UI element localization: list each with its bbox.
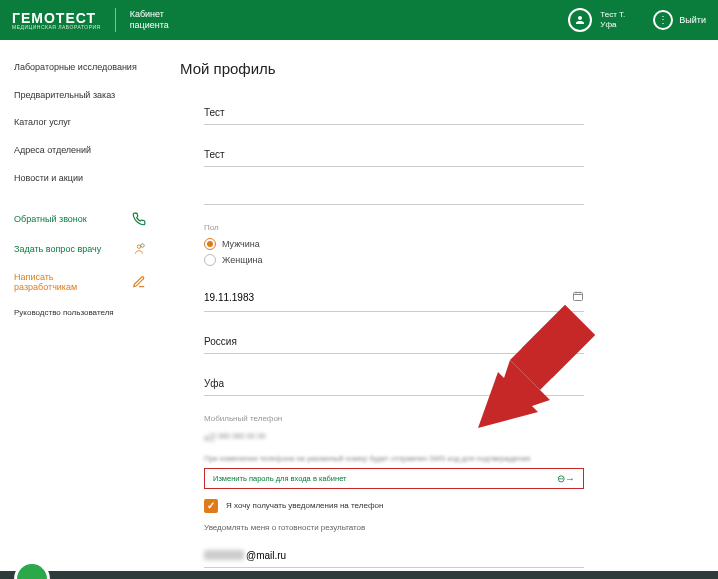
user-block: Тест Т. Уфа ⋮ Выйти [568, 8, 706, 32]
sidebar-item-addresses[interactable]: Адреса отделений [14, 137, 146, 165]
sidebar-item-preorder[interactable]: Предварительный заказ [14, 82, 146, 110]
pencil-icon [132, 275, 146, 289]
sidebar: Лабораторные исследования Предварительны… [0, 40, 160, 571]
write-dev-button[interactable]: Написатьразработчикам [14, 264, 146, 300]
city-field[interactable]: Уфа [204, 372, 584, 396]
more-icon: ⋮ [653, 10, 673, 30]
birthdate-field[interactable]: 19.11.1983 [204, 284, 584, 312]
logo-text: ГЕМОТЕСТ [12, 11, 101, 25]
logo[interactable]: ГЕМОТЕСТ МЕДИЦИНСКАЯ ЛАБОРАТОРИЯ [12, 11, 101, 30]
first-name-field[interactable]: Тест [204, 101, 584, 125]
radio-icon [204, 254, 216, 266]
divider [115, 8, 116, 32]
email-field[interactable]: @mail.ru [204, 544, 584, 568]
radio-female[interactable]: Женщина [204, 254, 584, 266]
radio-male[interactable]: Мужчина [204, 238, 584, 250]
email-blurred [204, 550, 244, 560]
checkbox-checked-icon: ✓ [204, 499, 218, 513]
page-title: Мой профиль [180, 60, 684, 77]
logout-button[interactable]: ⋮ Выйти [653, 10, 706, 30]
content: Мой профиль Тест Тест Пол Мужчина Женщин… [160, 40, 718, 571]
avatar-icon[interactable] [568, 8, 592, 32]
phone-label: Мобильный телефон [204, 414, 584, 423]
sidebar-manual[interactable]: Руководство пользователя [14, 300, 146, 325]
sidebar-item-news[interactable]: Новости и акции [14, 165, 146, 193]
svg-rect-2 [574, 293, 583, 301]
user-name: Тест Т. [600, 10, 625, 20]
phone-hint: При изменении телефона на указанный номе… [204, 454, 584, 464]
user-info: Тест Т. Уфа [600, 10, 625, 29]
middle-name-field[interactable] [204, 185, 584, 205]
last-name-field[interactable]: Тест [204, 143, 584, 167]
phone-icon [132, 212, 146, 226]
svg-point-1 [141, 244, 145, 248]
results-notify-label: Уведомлять меня о готовности результатов [204, 523, 584, 532]
bottom-bar [0, 571, 718, 579]
sex-radio-group: Мужчина Женщина [204, 236, 584, 266]
arrow-right-icon: ⊖→ [557, 473, 575, 484]
sidebar-item-catalog[interactable]: Каталог услуг [14, 109, 146, 137]
cabinet-label: Кабинет пациента [130, 9, 169, 31]
sex-label: Пол [204, 223, 584, 232]
phone-field[interactable]: +7 *** *** ** ** [204, 429, 584, 448]
doctor-icon [132, 242, 146, 256]
svg-point-0 [137, 245, 141, 249]
sidebar-item-lab[interactable]: Лабораторные исследования [14, 54, 146, 82]
phone-notify-checkbox[interactable]: ✓ Я хочу получать уведомления на телефон [204, 499, 584, 513]
callback-button[interactable]: Обратный звонок [14, 204, 146, 234]
user-city: Уфа [600, 20, 625, 30]
change-password-button[interactable]: Изменить пароль для входа в кабинет ⊖→ [204, 468, 584, 489]
app-header: ГЕМОТЕСТ МЕДИЦИНСКАЯ ЛАБОРАТОРИЯ Кабинет… [0, 0, 718, 40]
ask-doctor-button[interactable]: Задать вопрос врачу [14, 234, 146, 264]
radio-icon [204, 238, 216, 250]
country-field[interactable]: Россия [204, 330, 584, 354]
logo-subtext: МЕДИЦИНСКАЯ ЛАБОРАТОРИЯ [12, 25, 101, 30]
profile-form: Тест Тест Пол Мужчина Женщина 19.11.1983 [204, 101, 584, 579]
calendar-icon[interactable] [572, 290, 584, 305]
